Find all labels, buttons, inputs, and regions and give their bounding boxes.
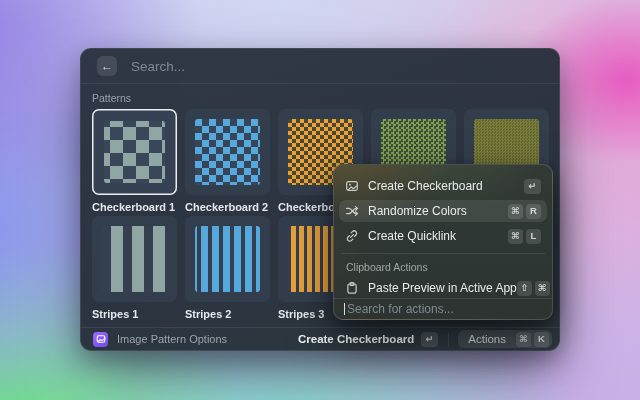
image-pattern-app-icon [93, 332, 108, 347]
image-icon [96, 334, 106, 344]
menu-item-create-checkerboard[interactable]: Create Checkerboard ↵ [339, 175, 547, 197]
tile-label: Stripes 1 [92, 308, 177, 321]
menu-section-label: Clipboard Actions [346, 261, 547, 273]
menu-item-label: Create Quicklink [368, 229, 508, 243]
menu-item-create-quicklink[interactable]: Create Quicklink ⌘ L [339, 225, 547, 247]
command-keycap: ⌘ [508, 229, 523, 244]
actions-search-bar [334, 298, 552, 319]
link-icon [345, 229, 359, 243]
shuffle-icon [345, 204, 359, 218]
tile-label: Checkerboard 2 [185, 201, 270, 214]
footer-divider [448, 333, 449, 346]
r-keycap: R [526, 204, 541, 219]
menu-item-paste-preview[interactable]: Paste Preview in Active App ⇧ ⌘ V [339, 277, 547, 299]
menu-item-label: Paste Preview in Active App [368, 281, 517, 295]
desktop-background: ← Patterns Checkerboard 1 Checkerboard 2 [0, 0, 640, 400]
checkerboard-2-swatch [195, 119, 260, 185]
image-icon [345, 179, 359, 193]
command-keycap: ⌘ [516, 332, 531, 347]
text-cursor [344, 303, 345, 315]
search-input[interactable] [131, 59, 543, 74]
back-arrow-icon: ← [101, 60, 113, 72]
return-keycap: ↵ [524, 179, 541, 194]
command-keycap: ⌘ [535, 281, 550, 296]
menu-item-label: Create Checkerboard [368, 179, 524, 193]
primary-action-label[interactable]: Create Checkerboard [298, 333, 414, 345]
l-keycap: L [526, 229, 541, 244]
pattern-tile-stripes-2[interactable] [185, 216, 270, 302]
tile-label: Checkerboard 1 [92, 201, 177, 214]
menu-item-randomize-colors[interactable]: Randomize Colors ⌘ R [339, 200, 547, 222]
stripes-2-swatch [195, 226, 260, 292]
section-label-patterns: Patterns [92, 92, 559, 104]
menu-item-label: Randomize Colors [368, 204, 508, 218]
pattern-tile-stripes-1[interactable] [92, 216, 177, 302]
pattern-tile-checkerboard-2[interactable] [185, 109, 270, 195]
k-keycap: K [534, 332, 549, 347]
actions-menu-popover: Create Checkerboard ↵ Randomize Colors [333, 164, 553, 320]
actions-button-label: Actions [468, 333, 506, 345]
menu-divider [341, 253, 545, 254]
return-keycap: ↵ [421, 332, 438, 347]
footer-bar: Image Pattern Options Create Checkerboar… [81, 327, 559, 350]
tile-label: Stripes 2 [185, 308, 270, 321]
command-keycap: ⌘ [508, 204, 523, 219]
shift-keycap: ⇧ [517, 281, 532, 296]
actions-search-input[interactable] [347, 302, 542, 316]
actions-button[interactable]: Actions ⌘ K [458, 330, 552, 348]
clipboard-icon [345, 281, 359, 295]
checkerboard-1-swatch [104, 121, 165, 183]
actions-menu-list: Create Checkerboard ↵ Randomize Colors [334, 165, 552, 300]
search-bar: ← [81, 49, 559, 84]
pattern-tile-checkerboard-1[interactable] [92, 109, 177, 195]
back-button[interactable]: ← [97, 56, 117, 76]
stripes-1-swatch [102, 226, 167, 292]
app-title: Image Pattern Options [117, 333, 227, 345]
